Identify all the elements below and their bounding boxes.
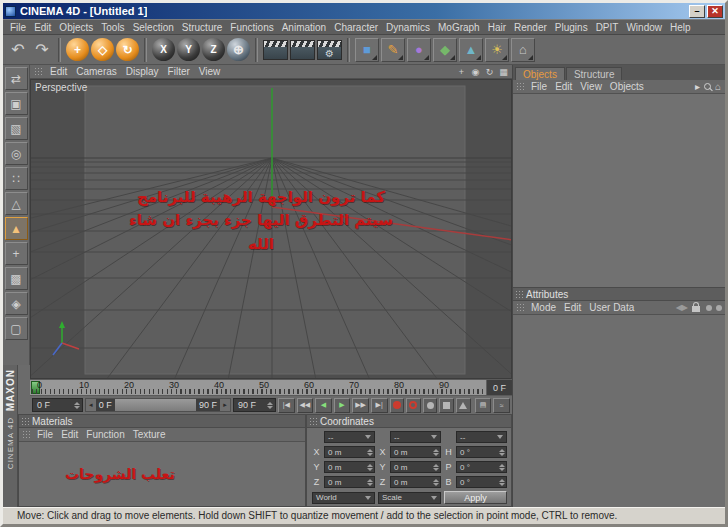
- attributes-panel-title-bar[interactable]: Attributes: [513, 288, 725, 301]
- materials-menu-edit[interactable]: Edit: [57, 429, 82, 440]
- add-scene-object-button[interactable]: ⌂: [511, 38, 535, 62]
- panel-drag-handle-icon[interactable]: [22, 430, 31, 439]
- viewport-menu-edit[interactable]: Edit: [46, 66, 71, 77]
- points-mode-button[interactable]: ∷: [5, 167, 28, 190]
- undo-button[interactable]: ↶: [7, 38, 29, 62]
- lock-icon[interactable]: [692, 306, 700, 312]
- size-x-field[interactable]: 0 m: [390, 446, 441, 458]
- view-toggle-icon[interactable]: ▦: [497, 66, 510, 78]
- play-backward-button[interactable]: ◀: [315, 398, 332, 413]
- panel-drag-handle-icon[interactable]: [21, 417, 30, 426]
- polygons-mode-button[interactable]: ▲: [5, 217, 28, 240]
- menu-functions[interactable]: Functions: [226, 22, 277, 33]
- render-picture-viewer-button[interactable]: [290, 40, 315, 60]
- camera-zoom-icon[interactable]: ◉: [469, 66, 482, 78]
- coordinate-system-dropdown[interactable]: World: [312, 492, 375, 504]
- redo-button[interactable]: ↷: [31, 38, 53, 62]
- materials-menu-function[interactable]: Function: [82, 429, 128, 440]
- scale-tool-button[interactable]: ◇: [91, 38, 114, 61]
- panel-drag-handle-icon[interactable]: [516, 303, 525, 312]
- next-key-button[interactable]: ▶▶: [352, 398, 369, 413]
- add-nurbs-button[interactable]: ●: [407, 38, 431, 62]
- search-icon[interactable]: [704, 83, 711, 90]
- menu-render[interactable]: Render: [510, 22, 551, 33]
- menu-edit[interactable]: Edit: [30, 22, 55, 33]
- panel-drag-handle-icon[interactable]: [516, 82, 525, 91]
- menu-plugins[interactable]: Plugins: [551, 22, 592, 33]
- menu-structure[interactable]: Structure: [178, 22, 227, 33]
- menu-window[interactable]: Window: [622, 22, 666, 33]
- record-scale-toggle[interactable]: [439, 398, 454, 413]
- model-mode-button[interactable]: ▣: [5, 92, 28, 115]
- menu-tools[interactable]: Tools: [97, 22, 128, 33]
- history-forward-icon[interactable]: ▶: [682, 303, 688, 312]
- position-header-dropdown[interactable]: --: [324, 431, 375, 443]
- menu-overflow-icon[interactable]: ▸: [695, 81, 700, 92]
- camera-pan-icon[interactable]: +: [455, 66, 468, 78]
- record-position-toggle[interactable]: [423, 398, 438, 413]
- link-dot-icon[interactable]: [706, 305, 712, 311]
- materials-menu-file[interactable]: File: [33, 429, 57, 440]
- play-forward-button[interactable]: ▶: [334, 398, 351, 413]
- rotate-tool-button[interactable]: ↻: [116, 38, 139, 61]
- objects-menu-view[interactable]: View: [576, 81, 606, 92]
- ruler-frame-counter[interactable]: 0 F: [486, 380, 512, 395]
- lock-y-axis-button[interactable]: Y: [177, 38, 200, 61]
- apply-button[interactable]: Apply: [444, 491, 507, 504]
- coordinates-panel-title-bar[interactable]: Coordinates: [307, 415, 511, 428]
- tab-structure[interactable]: Structure: [566, 67, 623, 80]
- attributes-menu-userdata[interactable]: User Data: [585, 302, 638, 313]
- texture-axis-mode-button[interactable]: ▩: [5, 267, 28, 290]
- add-array-button[interactable]: ◆: [433, 38, 457, 62]
- menu-objects[interactable]: Objects: [55, 22, 97, 33]
- tab-objects[interactable]: Objects: [515, 67, 565, 80]
- camera-rotate-icon[interactable]: ↻: [483, 66, 496, 78]
- texture-mode-button[interactable]: ▧: [5, 117, 28, 140]
- menu-dpit[interactable]: DPIT: [592, 22, 623, 33]
- add-deformer-button[interactable]: ▲: [459, 38, 483, 62]
- add-environment-button[interactable]: ☀: [485, 38, 509, 62]
- viewport-menu-cameras[interactable]: Cameras: [72, 66, 121, 77]
- fcurve-window-button[interactable]: ≈: [493, 398, 510, 413]
- add-primitive-button[interactable]: ■: [355, 38, 379, 62]
- workplane-mode-button[interactable]: ◎: [5, 142, 28, 165]
- menu-dynamics[interactable]: Dynamics: [382, 22, 434, 33]
- end-frame-field[interactable]: 90 F: [233, 398, 276, 412]
- viewport-menu-filter[interactable]: Filter: [164, 66, 194, 77]
- menu-help[interactable]: Help: [666, 22, 695, 33]
- attributes-content-area[interactable]: [513, 315, 725, 507]
- rotation-h-field[interactable]: 0 °: [456, 446, 507, 458]
- rotation-b-field[interactable]: 0 °: [456, 476, 507, 488]
- goto-start-button[interactable]: |◀: [278, 398, 295, 413]
- menu-animation[interactable]: Animation: [278, 22, 330, 33]
- record-keyframe-button[interactable]: [390, 398, 405, 413]
- menu-character[interactable]: Character: [330, 22, 382, 33]
- viewport-menu-display[interactable]: Display: [122, 66, 163, 77]
- home-icon[interactable]: ⌂: [715, 81, 721, 92]
- transform-mode-dropdown[interactable]: Scale: [378, 492, 441, 504]
- make-editable-button[interactable]: ⇄: [5, 67, 28, 90]
- range-end-handle[interactable]: 90 F: [196, 399, 220, 411]
- title-bar[interactable]: CINEMA 4D - [Untitled 1] – ✕: [3, 3, 725, 19]
- panel-drag-handle-icon[interactable]: [34, 67, 43, 76]
- autokey-button[interactable]: [406, 398, 421, 413]
- materials-panel-title-bar[interactable]: Materials: [19, 415, 305, 428]
- menu-hair[interactable]: Hair: [484, 22, 510, 33]
- range-start-handle[interactable]: 0 F: [96, 399, 115, 411]
- rotation-header-dropdown[interactable]: --: [456, 431, 507, 443]
- current-frame-field[interactable]: 0 F: [32, 398, 83, 412]
- panel-drag-handle-icon[interactable]: [309, 417, 318, 426]
- object-list[interactable]: [513, 94, 725, 288]
- rotation-p-field[interactable]: 0 °: [456, 461, 507, 473]
- objects-menu-file[interactable]: File: [527, 81, 551, 92]
- snap-settings-button[interactable]: ◈: [5, 292, 28, 315]
- goto-end-button[interactable]: ▶|: [371, 398, 388, 413]
- preview-range-slider[interactable]: ◂ 0 F 90 F ▸: [85, 398, 231, 412]
- lock-x-axis-button[interactable]: X: [152, 38, 175, 61]
- prev-key-button[interactable]: ◀◀: [297, 398, 314, 413]
- viewport-canvas[interactable]: Perspective: [30, 79, 512, 379]
- lock-axes-button[interactable]: ▢: [5, 317, 28, 340]
- menu-mograph[interactable]: MoGraph: [434, 22, 484, 33]
- menu-selection[interactable]: Selection: [129, 22, 178, 33]
- attributes-menu-mode[interactable]: Mode: [527, 302, 560, 313]
